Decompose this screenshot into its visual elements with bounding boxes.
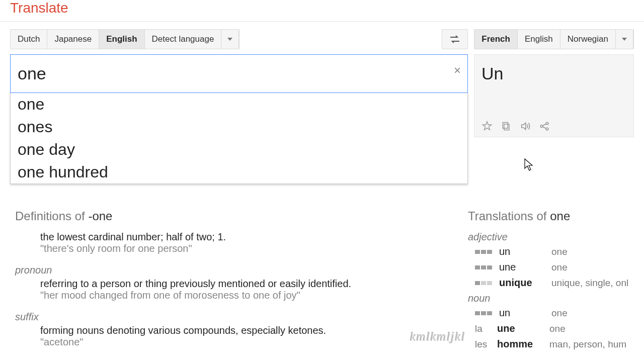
translation-row[interactable]: uneone	[468, 261, 634, 273]
star-icon[interactable]	[481, 121, 493, 132]
translation-row[interactable]: unone	[468, 246, 634, 257]
definitions-title: Definitions of -one	[15, 209, 443, 223]
more-definitions-button[interactable]: ⌄ 2 more definitions	[30, 358, 443, 362]
part-of-speech: adjective	[468, 231, 634, 243]
frequency-icon	[475, 311, 492, 315]
svg-rect-0	[504, 124, 509, 130]
translations-title: Translations of one	[468, 209, 634, 223]
part-of-speech: pronoun	[15, 264, 443, 276]
source-lang-tabs: Dutch Japanese English Detect language	[10, 29, 239, 49]
frequency-icon	[475, 250, 492, 254]
translation-row[interactable]: uniqueunique, single, onl	[468, 277, 634, 289]
share-icon[interactable]	[539, 121, 550, 132]
translation-row[interactable]: leshommeman, person, hum	[468, 338, 634, 350]
definition-example: "there's only room for one person"	[40, 243, 443, 254]
source-tab-dutch[interactable]: Dutch	[11, 30, 47, 49]
suggestion-item[interactable]: one hundred	[11, 161, 467, 184]
source-text-box: ×	[10, 54, 468, 93]
svg-rect-1	[503, 123, 508, 129]
definition-text: the lowest cardinal number; half of two;…	[40, 231, 443, 243]
translations-panel: Translations of one adjective unone uneo…	[468, 209, 634, 362]
part-of-speech: noun	[468, 293, 634, 304]
definitions-panel: Definitions of -one the lowest cardinal …	[15, 209, 443, 362]
target-lang-tabs: French English Norwegian	[474, 29, 634, 49]
frequency-icon	[475, 281, 492, 285]
chevron-down-icon	[227, 38, 232, 41]
suggestion-item[interactable]: one day	[11, 138, 467, 161]
swap-icon	[449, 35, 460, 44]
chevron-down-icon	[622, 38, 627, 41]
clear-input-button[interactable]: ×	[454, 63, 461, 77]
target-lang-dropdown[interactable]	[616, 30, 633, 49]
speaker-icon[interactable]	[520, 121, 531, 132]
translation-output: Un	[481, 64, 626, 83]
target-tab-norwegian[interactable]: Norwegian	[560, 30, 616, 49]
swap-languages-button[interactable]	[442, 29, 468, 49]
source-input[interactable]	[11, 55, 467, 93]
suggestion-item[interactable]: ones	[11, 116, 467, 138]
source-lang-dropdown[interactable]	[221, 30, 239, 49]
definition-text: referring to a person or thing previousl…	[40, 278, 443, 290]
translation-row[interactable]: launeone	[468, 323, 634, 334]
part-of-speech: suffix	[15, 311, 443, 323]
suggestion-item[interactable]: one	[11, 93, 467, 116]
target-text-box: Un	[474, 54, 634, 137]
definition-example: "her mood changed from one of moroseness…	[40, 290, 443, 301]
source-tab-detect[interactable]: Detect language	[145, 30, 222, 49]
target-tab-french[interactable]: French	[474, 30, 518, 49]
source-tab-japanese[interactable]: Japanese	[47, 30, 99, 49]
definition-text: forming nouns denoting various compounds…	[40, 325, 443, 336]
chevron-down-icon: ⌄	[30, 358, 41, 362]
definition-example: "acetone"	[40, 336, 443, 348]
source-tab-english[interactable]: English	[99, 30, 144, 49]
suggestion-dropdown: one ones one day one hundred	[10, 93, 468, 184]
translation-row[interactable]: unone	[468, 307, 634, 319]
copy-icon[interactable]	[501, 121, 512, 132]
frequency-icon	[475, 265, 492, 269]
app-logo: Translate	[10, 0, 634, 16]
target-tab-english[interactable]: English	[518, 30, 560, 49]
